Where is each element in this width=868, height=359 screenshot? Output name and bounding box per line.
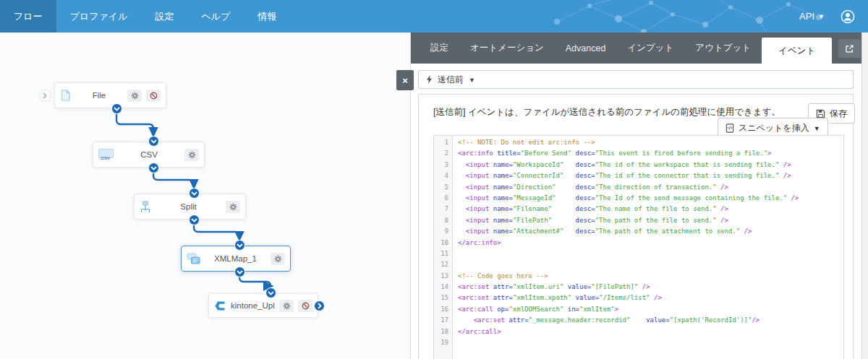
line-number-gutter: 12345678910111213141516171819 [434,136,453,359]
disable-icon [302,302,310,310]
settings-button[interactable] [226,201,240,213]
line-number: 14 [434,283,452,294]
code-token [563,172,575,179]
code-token: /> [752,316,760,324]
code-token [556,183,575,191]
code-token: op= [497,306,509,313]
settings-button[interactable] [127,90,142,102]
code-token [552,217,576,224]
code-token: "_message.header:recordid" [529,316,631,324]
code-token: value= [646,316,670,324]
code-token: <arc:call [458,306,497,313]
code-token: /> [787,194,799,202]
flow-node-CSV[interactable]: .CSVCSV [93,142,205,168]
external-link-icon [845,44,854,53]
code-token: desc= [576,150,595,157]
disable-button[interactable] [146,90,161,102]
connector-port-top[interactable] [265,287,276,298]
code-token: "xmlItem.uri" [513,283,563,290]
user-icon[interactable] [841,9,855,24]
connector-port-right[interactable] [314,300,325,311]
connector-port-bottom[interactable] [234,267,245,277]
top-nav: フロープロファイル設定ヘルプ情報 API ▼ [0,0,868,33]
flow-canvas[interactable]: File.CSVCSVSplitXMLMap_1kintone_Uplo... [0,33,411,359]
code-token [563,161,575,168]
code-token: desc= [576,228,595,235]
code-token: name= [493,161,513,168]
connector-port-bottom[interactable] [189,215,200,225]
code-token: "The path of the attachment to send." [595,228,740,235]
save-icon [816,109,825,118]
event-editor-section: [送信前] イベントは、ファイルが送信される前のファイルの前処理に使用できます。… [418,94,854,359]
nav-item-1[interactable]: フロー [0,0,56,33]
code-token: <input [458,217,493,224]
close-panel-button[interactable]: × [396,70,414,90]
gear-icon [274,255,282,263]
nav-item-4[interactable]: ヘルプ [187,0,244,33]
code-line: <input name="Filename" desc="The name of… [458,205,843,216]
event-description: [送信前] イベントは、ファイルが送信される前のファイルの前処理に使用できます。 [433,106,780,118]
code-token: "MessageId" [513,194,556,202]
line-number: 12 [434,261,452,272]
code-token: "[xpath('RecordId')]" [670,316,752,324]
event-selector-label: 送信前 [438,74,464,86]
connector-port-top[interactable] [189,188,200,199]
flow-node-kintone_Uplo...[interactable]: kintone_Uplo... [208,293,318,318]
code-token: <arc:set [458,294,493,301]
code-token: /> [717,217,728,224]
line-number: 4 [434,172,452,183]
code-token: desc= [576,161,595,168]
line-number: 18 [434,328,452,339]
code-line: <!-- NOTE: Do not edit arc:info --> [458,139,843,150]
code-token: desc= [576,205,595,212]
code-line: </arc:call> [458,328,843,339]
code-token [630,316,646,324]
line-number: 11 [434,250,452,261]
open-in-new-window-button[interactable] [838,39,861,58]
code-token: "Before Send" [521,150,571,157]
code-token: "ConnectorId" [513,172,563,179]
code-token: <input [458,161,493,168]
nav-item-5[interactable]: 情報 [244,0,290,33]
code-line: <input name="ConnectorId" desc="The id o… [458,172,843,183]
code-token: </arc:call> [458,328,501,335]
code-content[interactable]: <!-- NOTE: Do not edit arc:info --><arc:… [453,136,843,359]
code-token: "The direction of transaction." [595,183,717,191]
connector-port-top[interactable] [148,136,159,147]
tab-6[interactable]: イベント [762,38,832,64]
code-editor[interactable]: 12345678910111213141516171819 <!-- NOTE:… [433,135,844,359]
node-label: Split [156,202,221,211]
flow-node-File[interactable]: File [54,82,166,108]
tab-5[interactable]: アウトプット [684,33,762,64]
code-token: <arc:set [458,316,509,324]
settings-button[interactable] [271,253,285,265]
api-menu[interactable]: API ▼ [799,11,825,22]
connector-port-top[interactable] [234,240,245,251]
tab-4[interactable]: インプット [616,33,684,64]
code-token: "The id of the connector that is sending… [595,172,780,179]
settings-button[interactable] [184,149,199,161]
csv-icon: .CSV [98,149,114,160]
nav-item-2[interactable]: プロファイル [56,0,142,33]
settings-button[interactable] [279,300,294,312]
disable-button[interactable] [298,300,312,312]
tab-1[interactable]: 設定 [420,33,459,64]
code-token: "This event is fired before sending a fi… [595,150,767,157]
page-scrollbar[interactable] [861,33,868,359]
connector-port-bottom[interactable] [148,163,159,173]
code-token [552,205,576,212]
code-token: attr= [493,294,513,301]
code-token: <input [458,228,493,235]
code-token: in= [568,306,579,313]
tab-3[interactable]: Advanced [555,33,617,64]
code-token: /> [650,294,662,301]
connector-port-bottom[interactable] [111,103,122,114]
code-token: desc= [576,172,595,179]
event-selector[interactable]: 送信前 ▼ [418,70,854,89]
code-token: <input [458,172,493,179]
lightning-icon [426,75,433,84]
code-token: "FilePath" [513,217,552,224]
nav-item-3[interactable]: 設定 [141,0,187,33]
tab-2[interactable]: オートメーション [459,33,555,64]
code-token: <input [458,194,493,202]
